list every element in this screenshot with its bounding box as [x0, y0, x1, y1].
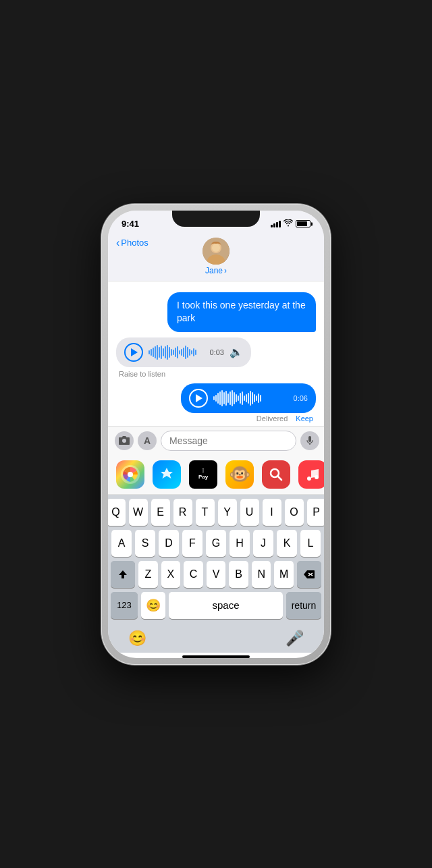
svg-point-24 — [128, 472, 133, 477]
numbers-key[interactable]: 123 — [111, 592, 138, 619]
speaker-icon[interactable]: 🔈 — [230, 346, 243, 358]
keep-button[interactable]: Keep — [296, 414, 313, 423]
key-n[interactable]: N — [252, 561, 271, 588]
messages-area: I took this one yesterday at the park — [108, 281, 324, 426]
bottom-bar: 😊 🎤 — [108, 626, 324, 653]
delivery-status-row: Delivered Keep — [256, 414, 313, 423]
play-button-outgoing[interactable] — [189, 389, 208, 408]
delete-key[interactable] — [297, 561, 321, 588]
key-s[interactable]: S — [135, 530, 155, 557]
text-message-bubble: I took this one yesterday at the park — [167, 292, 316, 332]
audio-pill-outgoing[interactable]: 0:06 — [181, 383, 316, 413]
audio-message-incoming: 0:03 🔈 Raise to listen — [116, 337, 251, 378]
app-store-button[interactable]: A — [138, 431, 157, 450]
nav-header: ‹ Photos Jane › — [108, 235, 324, 281]
key-w[interactable]: W — [129, 499, 148, 526]
key-f[interactable]: F — [182, 530, 202, 557]
key-e[interactable]: E — [151, 499, 170, 526]
key-v[interactable]: V — [207, 561, 226, 588]
audio-message-outgoing: 0:06 Delivered Keep — [181, 383, 316, 423]
signal-bar-4 — [279, 221, 281, 227]
key-i[interactable]: I — [263, 499, 281, 526]
key-q[interactable]: Q — [108, 499, 126, 526]
audio-duration-incoming: 0:03 — [210, 348, 224, 356]
space-key[interactable]: space — [169, 592, 283, 619]
text-message-content: I took this one yesterday at the park — [177, 300, 306, 324]
battery-fill — [297, 221, 307, 226]
svg-point-28 — [315, 475, 319, 479]
raise-to-listen-label: Raise to listen — [119, 370, 251, 378]
key-o[interactable]: O — [285, 499, 304, 526]
emoji-button[interactable]: 😊 — [128, 630, 146, 647]
input-toolbar: A — [108, 426, 324, 455]
signal-bar-3 — [276, 222, 278, 227]
svg-point-27 — [307, 477, 311, 481]
app-drawer:  Pay 🐵 — [108, 455, 324, 495]
key-y[interactable]: Y — [218, 499, 237, 526]
emoji-key[interactable]: 😊 — [141, 592, 165, 619]
key-h[interactable]: H — [230, 530, 250, 557]
wifi-icon — [284, 219, 293, 228]
key-j[interactable]: J — [253, 530, 273, 557]
key-z[interactable]: Z — [138, 561, 158, 588]
key-c[interactable]: C — [184, 561, 203, 588]
keyboard-row-3: Z X C V B N M — [111, 561, 321, 588]
keyboard-row-2: A S D F G H J K L — [111, 530, 321, 557]
app-icon-photos[interactable] — [116, 460, 144, 489]
status-time: 9:41 — [122, 219, 139, 229]
key-t[interactable]: T — [196, 499, 215, 526]
play-icon — [131, 348, 138, 356]
waveform-incoming — [148, 345, 205, 360]
signal-bars-icon — [271, 220, 281, 227]
play-button-incoming[interactable] — [124, 343, 143, 362]
keyboard-row-1: Q W E R T Y U I O P — [111, 499, 321, 526]
key-r[interactable]: R — [173, 499, 192, 526]
app-icon-music[interactable] — [298, 460, 324, 489]
key-a[interactable]: A — [111, 530, 132, 557]
status-icons — [271, 219, 310, 228]
key-b[interactable]: B — [229, 561, 248, 588]
camera-button[interactable] — [115, 431, 134, 450]
app-icon-search[interactable] — [262, 460, 290, 489]
app-icon-animoji[interactable]: 🐵 — [225, 460, 254, 489]
signal-bar-1 — [271, 225, 273, 227]
back-label: Photos — [121, 238, 148, 248]
waveform-outgoing — [213, 390, 288, 406]
audio-pill-incoming[interactable]: 0:03 🔈 — [116, 337, 251, 367]
svg-rect-21 — [308, 436, 311, 442]
home-indicator[interactable] — [182, 655, 250, 658]
delivered-label: Delivered — [256, 414, 288, 423]
key-p[interactable]: P — [307, 499, 325, 526]
key-g[interactable]: G — [206, 530, 226, 557]
avatar[interactable] — [202, 238, 230, 265]
return-key[interactable]: return — [286, 592, 321, 619]
dictation-mic-icon[interactable]: 🎤 — [286, 630, 304, 647]
back-chevron-icon: ‹ — [116, 238, 119, 248]
app-icon-appstore[interactable] — [153, 460, 181, 489]
svg-point-3 — [212, 244, 220, 252]
keyboard: Q W E R T Y U I O P A S D F G — [108, 495, 324, 626]
signal-bar-2 — [273, 223, 275, 227]
message-input[interactable] — [161, 431, 296, 451]
app-icon-applepay[interactable]:  Pay — [189, 460, 217, 489]
battery-icon — [296, 220, 310, 227]
svg-line-26 — [277, 476, 281, 480]
contact-name-chevron-icon: › — [224, 266, 227, 275]
key-x[interactable]: X — [161, 561, 181, 588]
key-d[interactable]: D — [159, 530, 179, 557]
mic-button[interactable] — [300, 431, 319, 450]
keyboard-row-4: 123 😊 space return — [111, 592, 321, 619]
key-k[interactable]: K — [277, 530, 297, 557]
key-l[interactable]: L — [300, 530, 321, 557]
contact-name[interactable]: Jane › — [205, 266, 227, 275]
back-button[interactable]: ‹ Photos — [116, 238, 148, 248]
play-icon-out — [196, 394, 202, 402]
audio-duration-outgoing: 0:06 — [294, 394, 308, 402]
key-m[interactable]: M — [274, 561, 294, 588]
shift-key[interactable] — [111, 561, 135, 588]
key-u[interactable]: U — [240, 499, 259, 526]
